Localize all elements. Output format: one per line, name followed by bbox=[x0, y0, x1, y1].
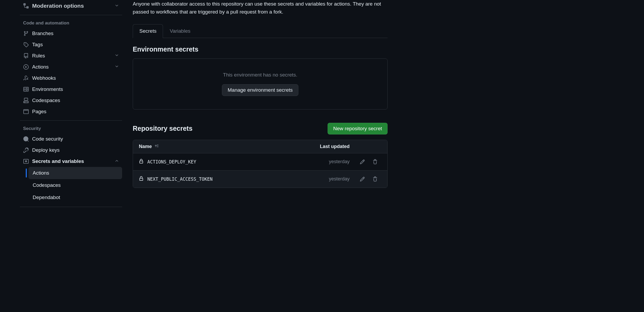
edit-button[interactable] bbox=[359, 158, 366, 166]
sub-nav-label: Codespaces bbox=[33, 182, 61, 188]
sidebar-item-label: Tags bbox=[32, 42, 43, 48]
sidebar-item-label: Environments bbox=[32, 86, 63, 92]
sub-nav-codespaces[interactable]: Codespaces bbox=[28, 179, 122, 191]
new-repository-secret-button[interactable]: New repository secret bbox=[328, 123, 388, 134]
sort-asc-icon bbox=[154, 144, 159, 149]
secrets-table: Name Last updated ACTIONS_DEPLOY_KEY yes… bbox=[133, 140, 388, 188]
sidebar-item-label: Code security bbox=[32, 136, 63, 142]
sub-nav-label: Dependabot bbox=[33, 195, 60, 200]
table-row: ACTIONS_DEPLOY_KEY yesterday bbox=[133, 153, 387, 171]
sidebar-item-label: Branches bbox=[32, 31, 53, 36]
delete-button[interactable] bbox=[371, 158, 379, 166]
sidebar-item-tags[interactable]: Tags bbox=[20, 39, 122, 50]
tab-variables[interactable]: Variables bbox=[163, 24, 197, 38]
sidebar-item-code-security[interactable]: Code security bbox=[20, 133, 122, 145]
sidebar-item-label: Pages bbox=[32, 109, 46, 115]
sidebar-item-actions[interactable]: Actions bbox=[20, 61, 122, 73]
divider bbox=[20, 120, 122, 121]
table-row: NEXT_PUBLIC_ACCESS_TOKEN yesterday bbox=[133, 171, 387, 188]
git-branch-icon bbox=[23, 31, 29, 36]
sidebar-item-rules[interactable]: Rules bbox=[20, 50, 122, 61]
column-updated-header[interactable]: Last updated bbox=[297, 144, 350, 149]
tab-secrets[interactable]: Secrets bbox=[133, 24, 163, 38]
section-header-code-automation: Code and automation bbox=[20, 18, 122, 28]
sidebar-item-branches[interactable]: Branches bbox=[20, 28, 122, 39]
sub-nav-label: Actions bbox=[33, 170, 49, 176]
table-header: Name Last updated bbox=[133, 140, 387, 153]
lock-icon bbox=[139, 176, 144, 182]
repository-secrets-title: Repository secrets bbox=[133, 125, 192, 132]
sub-nav-actions[interactable]: Actions bbox=[28, 167, 122, 179]
sidebar-item-label: Secrets and variables bbox=[32, 158, 84, 164]
environment-empty-text: This environment has no secrets. bbox=[223, 72, 297, 78]
chevron-up-icon bbox=[115, 158, 119, 164]
webhook-icon bbox=[23, 75, 29, 81]
divider bbox=[20, 207, 122, 207]
section-header-security: Security bbox=[20, 124, 122, 133]
manage-environment-secrets-button[interactable]: Manage environment secrets bbox=[222, 84, 298, 96]
browser-icon bbox=[23, 109, 29, 115]
chevron-down-icon bbox=[115, 64, 119, 70]
server-icon bbox=[23, 86, 29, 92]
repo-icon bbox=[23, 53, 29, 59]
codespaces-icon bbox=[23, 98, 29, 103]
sidebar-item-secrets-variables[interactable]: Secrets and variables bbox=[20, 156, 122, 167]
chevron-down-icon bbox=[115, 3, 119, 9]
chevron-down-icon bbox=[115, 53, 119, 59]
delete-button[interactable] bbox=[371, 175, 379, 183]
report-icon bbox=[23, 3, 29, 9]
sidebar-item-label: Rules bbox=[32, 53, 45, 59]
sidebar-item-deploy-keys[interactable]: Deploy keys bbox=[20, 145, 122, 156]
lock-icon bbox=[139, 159, 144, 165]
secret-name: ACTIONS_DEPLOY_KEY bbox=[147, 159, 196, 165]
divider bbox=[20, 15, 122, 15]
tag-icon bbox=[23, 42, 29, 48]
tab-bar: Secrets Variables bbox=[133, 24, 388, 38]
secret-updated: yesterday bbox=[297, 176, 350, 182]
sidebar-item-label: Moderation options bbox=[32, 3, 84, 9]
sub-nav-dependabot[interactable]: Dependabot bbox=[28, 191, 122, 204]
sidebar-item-environments[interactable]: Environments bbox=[20, 84, 122, 95]
environment-secrets-box: This environment has no secrets. Manage … bbox=[133, 58, 388, 109]
environment-secrets-title: Environment secrets bbox=[133, 45, 388, 53]
column-name-header[interactable]: Name bbox=[139, 144, 297, 149]
sidebar-item-label: Codespaces bbox=[32, 98, 60, 103]
sidebar-item-label: Actions bbox=[32, 64, 49, 70]
sidebar-item-label: Deploy keys bbox=[32, 147, 60, 153]
secret-name: NEXT_PUBLIC_ACCESS_TOKEN bbox=[147, 176, 213, 182]
play-circle-icon bbox=[23, 64, 29, 70]
sidebar-item-moderation[interactable]: Moderation options bbox=[20, 0, 122, 12]
sidebar-item-pages[interactable]: Pages bbox=[20, 106, 122, 117]
edit-button[interactable] bbox=[359, 175, 366, 183]
key-icon bbox=[23, 147, 29, 153]
page-description: Anyone with collaborator access to this … bbox=[133, 0, 388, 16]
sidebar-item-codespaces[interactable]: Codespaces bbox=[20, 95, 122, 106]
secret-updated: yesterday bbox=[297, 159, 350, 165]
sidebar-item-label: Webhooks bbox=[32, 75, 56, 81]
codescan-icon bbox=[23, 136, 29, 142]
key-asterisk-icon bbox=[23, 158, 29, 164]
sidebar-item-webhooks[interactable]: Webhooks bbox=[20, 73, 122, 84]
